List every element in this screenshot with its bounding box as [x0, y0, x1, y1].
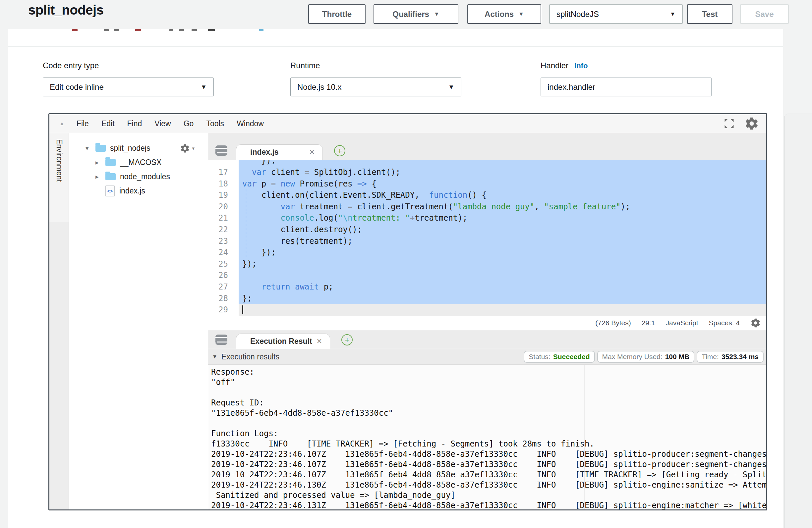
- code-line-26[interactable]: 26: [208, 270, 766, 281]
- code-line-24[interactable]: 24 });: [208, 247, 766, 258]
- right-scroll-panel[interactable]: [784, 114, 812, 528]
- menu-item-file[interactable]: File: [76, 119, 89, 128]
- tree-item-index.js[interactable]: <>index.js: [69, 184, 208, 198]
- print-margin-line: [584, 365, 585, 510]
- editor-settings-gear-icon[interactable]: [744, 116, 759, 131]
- log-line: Sanitized and processed value => [lambda…: [211, 490, 766, 500]
- code-line-text: console.log("\ntreatment: "+treatment);: [238, 212, 766, 224]
- chevron-expanded-icon[interactable]: ▾: [86, 144, 96, 152]
- code-line-22[interactable]: 22 client.destroy();: [208, 224, 766, 235]
- code-line-text: var p = new Promise(res => {: [238, 178, 766, 190]
- tree-item-node_modules[interactable]: ▸node_modules: [69, 170, 208, 184]
- throttle-button-label: Throttle: [322, 10, 352, 19]
- menu-item-view[interactable]: View: [155, 119, 171, 128]
- code-line-text: });: [238, 247, 766, 258]
- close-icon[interactable]: ×: [317, 336, 322, 347]
- code-line-17[interactable]: 17 var client = SplitObj.client();: [208, 166, 766, 178]
- line-number: 26: [208, 270, 231, 281]
- file-tree: ▾split_nodejs▾▸__MACOSX▸node_modules<>in…: [69, 133, 208, 510]
- environment-sidebar-label: Environment: [55, 139, 64, 182]
- test-button-label: Test: [702, 10, 718, 19]
- tab-list-icon[interactable]: [215, 335, 227, 345]
- tree-item-split_nodejs[interactable]: ▾split_nodejs▾: [69, 141, 208, 155]
- log-line: 2019-10-24T22:23:46.131Z 131e865f-6eb4-4…: [211, 500, 766, 510]
- folder-icon: [96, 145, 106, 152]
- tree-item-label: index.js: [119, 187, 145, 195]
- tab-execution-result-label: Execution Result: [250, 337, 312, 346]
- code-entry-type-select[interactable]: Edit code inline ▼: [43, 77, 214, 97]
- code-line-19[interactable]: 19 client.on(client.Event.SDK_READY, fun…: [208, 189, 766, 201]
- code-editor[interactable]: });17 var client = SplitObj.client();18v…: [208, 160, 766, 316]
- tab-execution-result[interactable]: Execution Result ×: [236, 334, 330, 349]
- menu-item-edit[interactable]: Edit: [101, 119, 115, 128]
- cloud9-editor: ▲ FileEditFindViewGoToolsWindow: [48, 113, 767, 511]
- handler-input[interactable]: index.handler: [540, 77, 712, 97]
- code-line-text: [238, 304, 766, 316]
- js-file-icon: <>: [105, 186, 115, 196]
- test-event-select[interactable]: splitNodeJS ▼: [549, 4, 683, 24]
- editor-pane: index.js × + });17 var client = SplitObj…: [208, 133, 766, 510]
- menu-item-find[interactable]: Find: [127, 119, 142, 128]
- chevron-collapsed-icon[interactable]: ▸: [96, 159, 105, 166]
- code-line-28[interactable]: 28};: [208, 293, 766, 304]
- code-entry-type-field: Code entry type Edit code inline ▼: [43, 61, 214, 97]
- handler-info-link[interactable]: Info: [574, 62, 588, 70]
- throttle-button[interactable]: Throttle: [308, 4, 365, 24]
- tab-list-icon[interactable]: [215, 145, 227, 156]
- tree-settings-gear-icon[interactable]: ▾: [180, 144, 194, 153]
- status-badge: Status:Succeeded: [524, 351, 595, 363]
- save-button-label: Save: [755, 10, 773, 19]
- status-cursor-position[interactable]: 29:1: [642, 319, 655, 327]
- new-tab-plus-icon[interactable]: +: [342, 334, 353, 346]
- log-line: 2019-10-24T22:23:46.107Z 131e865f-6eb4-4…: [211, 449, 766, 459]
- runtime-select[interactable]: Node.js 10.x ▼: [290, 77, 461, 97]
- close-icon[interactable]: ×: [309, 147, 315, 157]
- sidebar-bottom-panel: [49, 222, 69, 510]
- line-number: 17: [208, 166, 231, 178]
- code-line-25[interactable]: 25});: [208, 258, 766, 270]
- execution-results-title: Execution results: [221, 352, 279, 362]
- log-line: "131e865f-6eb4-4dd8-858e-a37ef13330cc": [211, 408, 766, 419]
- code-line-21[interactable]: 21 console.log("\ntreatment: "+treatment…: [208, 212, 766, 224]
- line-number: 29: [208, 304, 231, 316]
- chevron-collapsed-icon[interactable]: ▸: [96, 173, 105, 180]
- save-button[interactable]: Save: [740, 4, 789, 24]
- chevron-down-icon: ▼: [448, 84, 454, 91]
- fullscreen-icon[interactable]: [723, 118, 735, 130]
- tree-item-label: split_nodejs: [110, 144, 150, 153]
- test-button[interactable]: Test: [687, 4, 733, 24]
- statusbar-gear-icon[interactable]: [750, 318, 761, 328]
- code-line-text: });: [238, 160, 766, 166]
- actions-button[interactable]: Actions ▼: [467, 4, 541, 24]
- tree-item-__macosx[interactable]: ▸__MACOSX: [69, 155, 208, 170]
- environment-sidebar[interactable]: Environment: [49, 133, 69, 510]
- code-line-23[interactable]: 23 res(treatment);: [208, 235, 766, 247]
- card-divider: [8, 46, 783, 47]
- status-language[interactable]: JavaScript: [666, 319, 698, 327]
- code-line-20[interactable]: 20 var treatment = client.getTreatment("…: [208, 201, 766, 212]
- collapse-results-icon[interactable]: ▼: [212, 354, 217, 360]
- log-line: 2019-10-24T22:23:46.107Z 131e865f-6eb4-4…: [211, 470, 766, 480]
- code-line-partial[interactable]: });: [208, 160, 766, 166]
- code-line-29[interactable]: 29: [208, 304, 766, 316]
- code-line-text: res(treatment);: [238, 235, 766, 247]
- new-tab-plus-icon[interactable]: +: [334, 145, 345, 156]
- chevron-down-icon: ▼: [201, 84, 207, 91]
- qualifiers-button[interactable]: Qualifiers ▼: [374, 4, 458, 24]
- code-line-27[interactable]: 27 return await p;: [208, 281, 766, 293]
- code-entry-type-label: Code entry type: [43, 61, 214, 70]
- log-line: [211, 419, 766, 429]
- qualifiers-button-label: Qualifiers: [392, 10, 429, 19]
- menu-item-tools[interactable]: Tools: [206, 119, 224, 128]
- execution-results-log[interactable]: Response:"off"Request ID:"131e865f-6eb4-…: [208, 365, 766, 510]
- line-number: 22: [208, 224, 231, 235]
- status-spaces[interactable]: Spaces: 4: [709, 319, 740, 327]
- code-line-18[interactable]: 18var p = new Promise(res => {: [208, 178, 766, 190]
- menu-item-window[interactable]: Window: [237, 119, 264, 128]
- status-badge: Time:3523.34 ms: [697, 351, 764, 363]
- tab-index-js[interactable]: index.js ×: [236, 144, 323, 160]
- menu-item-go[interactable]: Go: [184, 119, 194, 128]
- runtime-label: Runtime: [290, 61, 461, 70]
- collapse-menu-icon[interactable]: ▲: [59, 120, 64, 127]
- lambda-console-screen: split_nodejs Throttle Qualifiers ▼ Actio…: [0, 0, 812, 528]
